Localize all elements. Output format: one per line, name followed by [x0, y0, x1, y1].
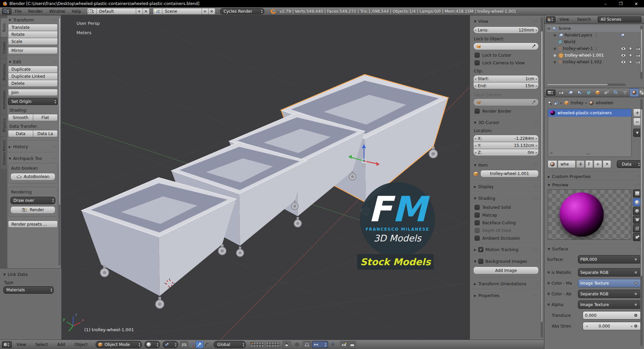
n-panel-scrollbar[interactable] [541, 17, 543, 338]
selectability-cursor-icon[interactable] [629, 53, 633, 57]
backface-culling-checkbox[interactable] [475, 220, 480, 225]
manipulator-move-button-active[interactable] [196, 341, 204, 348]
lock-to-cursor-checkbox[interactable] [475, 53, 480, 58]
layer-cell[interactable] [271, 342, 274, 345]
panel-grip[interactable]: ∷∷ [533, 120, 538, 125]
panel-header-shading[interactable]: ▼Shading∷∷ [473, 194, 539, 202]
surface-shader-dropdown[interactable]: PBR.000 [578, 255, 641, 264]
pin-icon[interactable] [548, 101, 552, 105]
layer-cell[interactable] [266, 342, 269, 345]
eyedropper-icon[interactable] [532, 44, 536, 48]
expand-icon[interactable]: ⊕ [552, 47, 557, 51]
viewport-menu-object[interactable]: Object [70, 342, 92, 347]
outliner-hscrollbar[interactable] [546, 83, 626, 86]
color-ab-input-dropdown[interactable]: Separate RGB [578, 290, 641, 298]
outliner-row-object-2-selected[interactable]: ⊕ ▽ trolley-wheel-1.001 [546, 52, 643, 59]
panel-header-transform-orientations[interactable]: ▶Transform Orientations∷ [473, 280, 539, 288]
editor-type-properties-button[interactable]: ▴▾ [546, 90, 555, 96]
visibility-eye-icon[interactable] [621, 47, 626, 50]
background-images-checkbox[interactable] [478, 259, 483, 264]
editor-type-outliner-button[interactable]: ▴▾ [546, 16, 555, 22]
scene-icon-button[interactable]: ▴▾ [153, 8, 162, 14]
manipulator-translate-button[interactable] [188, 341, 196, 348]
outliner-row-object-1[interactable]: ⊕ ▽ trolley-wheel-1 | [546, 45, 643, 52]
tab-animation[interactable]: Animation [1, 86, 7, 114]
layer-cell[interactable] [274, 345, 277, 347]
screen-layout-selector[interactable]: Default [97, 8, 136, 14]
unlink-material-button[interactable]: ✕ [603, 160, 611, 168]
panel-grip[interactable]: ∷∷ [533, 196, 538, 200]
render-border-checkbox[interactable] [475, 109, 480, 114]
material-users-button[interactable]: 4 [577, 160, 585, 168]
panel-header-surface[interactable]: ▼Surface∷∷ [547, 245, 641, 253]
renderability-camera-icon[interactable] [636, 54, 641, 57]
panel-header-properties[interactable]: ▶Properties∷∷ [473, 292, 539, 299]
breadcrumb-material[interactable]: wheeled- [596, 101, 614, 105]
layer-cell[interactable] [253, 345, 256, 347]
panel-grip[interactable]: ∷∷ [636, 247, 641, 251]
alpha-input-dropdown[interactable]: Image Texture [578, 300, 641, 309]
outliner-menu-view[interactable]: View [555, 17, 573, 22]
outliner-vscrollbar[interactable] [640, 25, 643, 79]
item-name-field[interactable]: trolley-wheel-1.001 [480, 170, 539, 177]
set-origin-dropdown[interactable]: Set Origin ▴▾ [8, 98, 58, 105]
layer-cell[interactable] [256, 345, 259, 347]
draw-over-dropdown[interactable]: Draw over ▴▾ [10, 197, 55, 204]
expand-icon[interactable]: ⊕ [552, 53, 557, 58]
layer-cell[interactable] [256, 342, 259, 345]
mirror-button[interactable]: Mirror [8, 47, 58, 54]
selectability-cursor-icon[interactable] [629, 47, 633, 51]
render-presets-button[interactable]: Render presets ... [8, 221, 58, 228]
expand-plus-icon[interactable]: ⊕ [547, 292, 550, 296]
menu-window[interactable]: Window [46, 9, 68, 14]
outliner-row-renderlayers[interactable]: ⊕ RenderLayers | [546, 32, 643, 39]
proportional-edit-dropdown[interactable] [293, 341, 301, 348]
restore-button[interactable]: ❐ [613, 1, 629, 6]
scale-button[interactable]: Scale [8, 38, 58, 45]
panel-header-motion-tracking[interactable]: ▶ ✓ Motion Tracking∷∷ [473, 246, 539, 253]
panel-header-edit[interactable]: ▼ Edit ∷∷ [8, 58, 58, 66]
collapse-icon[interactable]: ⊖ [546, 26, 551, 31]
layer-cell[interactable] [277, 345, 279, 347]
orientation-dropdown[interactable]: Global ▴▾ [214, 341, 246, 348]
panel-grip[interactable]: ∷∷ [52, 144, 57, 149]
layer-cell[interactable] [251, 342, 253, 345]
tab-scene[interactable] [575, 89, 584, 97]
outliner-row-scene[interactable]: ⊖ Scene [546, 25, 643, 32]
expand-plus-icon[interactable]: ⊕ [547, 281, 550, 285]
material-name-field[interactable]: whe [558, 160, 576, 168]
screen-layout-icon-button[interactable]: ▴▾ [87, 8, 97, 14]
clip-start-slider[interactable]: ◂Start: 1cm▸ [473, 75, 539, 82]
snap-target-button[interactable] [329, 341, 337, 348]
menu-render[interactable]: Render [25, 9, 46, 14]
color-ma-input-dropdown[interactable]: Image Texture [578, 279, 641, 287]
panel-header-display[interactable]: ▶Display∷∷ [473, 183, 539, 190]
manipulator-center-toggle[interactable] [180, 341, 188, 348]
render-engine-selector[interactable]: Cycles Render ▴▾ [220, 8, 264, 14]
panel-header-background-images[interactable]: ▼ Background Images∷ [473, 257, 539, 265]
panel-header-history[interactable]: ▶ History ∷∷ [8, 143, 58, 151]
browse-material-button[interactable] [548, 160, 557, 168]
outliner-row-object-3[interactable]: ⊕ ▽ trolley-wheel-1.002 [546, 59, 643, 65]
outliner-display-mode-dropdown[interactable]: All Scenes [598, 16, 641, 22]
add-scene-button[interactable]: + [202, 8, 209, 14]
minimize-button[interactable]: – [598, 1, 613, 6]
panel-grip[interactable]: ∷∷ [636, 174, 641, 179]
panel-grip[interactable]: ∷∷ [533, 184, 538, 189]
eyedropper-icon[interactable] [532, 100, 536, 104]
delete-scene-button[interactable]: ✕ [209, 8, 215, 14]
visibility-eye-icon[interactable] [621, 54, 626, 57]
abs-strength-field[interactable]: ◂0.000▸ [583, 322, 641, 330]
data-button[interactable]: Data [8, 130, 33, 137]
layer-cell[interactable] [261, 342, 264, 345]
tab-physics[interactable]: Physics [1, 115, 7, 136]
tab-tools[interactable]: Tools [1, 18, 7, 37]
renderability-camera-icon[interactable] [636, 60, 641, 64]
panel-grip[interactable]: ∷∷ [533, 19, 538, 23]
archipack-render-button[interactable]: Render [10, 206, 55, 214]
tab-constraints[interactable] [602, 89, 611, 97]
metallic-input-dropdown[interactable]: Separate RGB [578, 268, 641, 277]
panel-header-transform[interactable]: ▼ Transform ∷∷ [8, 16, 58, 24]
autoboolean-button[interactable]: AutoBoolean [10, 173, 55, 180]
panel-header-archipack[interactable]: ▼ Archipack Too ∷∷ [8, 155, 58, 162]
